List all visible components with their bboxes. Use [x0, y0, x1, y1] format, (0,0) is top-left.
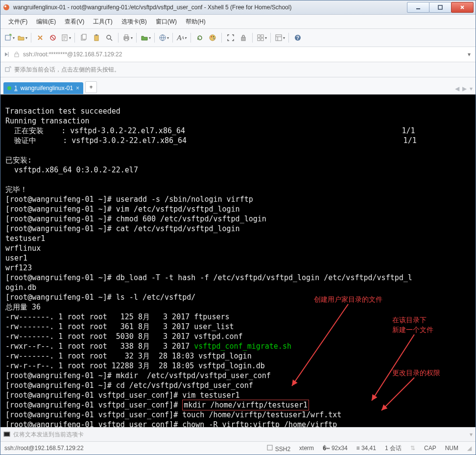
term-line: [root@wangruifeng-01 ~]# mkdir /etc/vsft…	[5, 371, 271, 380]
svg-rect-2	[416, 8, 420, 9]
svg-rect-4	[5, 35, 10, 40]
palette-icon[interactable]	[207, 32, 218, 44]
xftp-icon[interactable]: ▾	[140, 32, 151, 44]
tab-next-icon[interactable]: ▶	[462, 85, 467, 92]
minimize-button[interactable]	[407, 2, 429, 13]
menu-edit[interactable]: 编辑(E)	[32, 17, 60, 27]
svg-point-11	[107, 35, 111, 39]
svg-rect-14	[125, 39, 128, 41]
term-line: -rw-------. 1 root root 361 8月 3 2017 us…	[5, 322, 234, 331]
tile-icon[interactable]: ▾	[256, 32, 267, 44]
status-cursor: ≡ 34,41	[357, 445, 376, 452]
annotation-1: 创建用户家目录的文件	[314, 294, 382, 304]
tab-number: 1	[14, 85, 18, 92]
find-icon[interactable]	[103, 32, 115, 44]
status-bar: ssh://root@192.168.57.129:22 SSH2 xterm …	[0, 441, 476, 455]
svg-rect-8	[82, 34, 86, 39]
svg-rect-34	[4, 432, 9, 436]
term-line: [root@wangruifeng-01 ~]# cd /etc/vsftpd/…	[5, 381, 253, 390]
term-line: [root@wangruifeng-01 vsftpd_user_conf]# …	[5, 420, 337, 427]
term-line: -rw-------. 1 root root 32 3月 28 18:03 v…	[5, 352, 252, 360]
menu-window[interactable]: 窗口(W)	[152, 17, 181, 27]
title-bar[interactable]: wangruifenglinux-01 - root@wangruifeng-0…	[0, 0, 476, 15]
tab-close-icon[interactable]: ×	[76, 85, 79, 92]
resize-grip-icon[interactable]: ◢	[467, 445, 472, 452]
print-icon[interactable]: ▾	[121, 32, 133, 44]
terminal[interactable]: Transaction test succeeded Running trans…	[0, 95, 476, 427]
send-mode-icon[interactable]	[3, 431, 10, 438]
term-line: ogin.db	[5, 283, 36, 292]
disconnect-icon[interactable]	[47, 32, 59, 44]
session-tab[interactable]: 1 wangruifenglinux-01 ×	[3, 82, 83, 94]
status-size: �↔ 92x34	[323, 445, 348, 452]
properties-icon[interactable]: ▾	[60, 32, 71, 44]
new-tab-button[interactable]: +	[85, 81, 97, 93]
info-add-icon[interactable]	[4, 66, 11, 73]
new-session-icon[interactable]: ▾	[3, 32, 15, 44]
maximize-button[interactable]	[429, 2, 452, 13]
svg-rect-28	[15, 54, 19, 57]
annotation-2: 在该目录下 新建一个文件	[392, 315, 433, 335]
svg-point-17	[211, 36, 212, 37]
send-dropdown-icon[interactable]: ▾	[470, 431, 473, 438]
status-connection: ssh://root@192.168.57.129:22	[4, 445, 84, 452]
menu-tools[interactable]: 工具(T)	[89, 17, 116, 27]
status-ssh: SSH2	[266, 444, 290, 453]
help-icon[interactable]: ?	[292, 32, 304, 44]
term-line: [root@wangruifeng-01 ~]# useradd -s /sbi…	[5, 195, 253, 204]
svg-point-16	[210, 35, 215, 41]
open-icon[interactable]: ▾	[16, 32, 28, 44]
term-line: 验证中 : vsftpd-3.0.2-22.el7.x86_64 1/1	[5, 136, 417, 145]
svg-rect-3	[438, 5, 442, 9]
term-line: [root@wangruifeng-01 ~]# cat /etc/vsftpd…	[5, 224, 240, 233]
menu-file[interactable]: 文件(F)	[4, 17, 31, 27]
svg-point-18	[213, 36, 214, 37]
paste-icon[interactable]	[91, 32, 102, 44]
globe-icon[interactable]: ▾	[158, 32, 169, 44]
reconnect-icon[interactable]	[34, 32, 46, 44]
svg-point-0	[3, 4, 9, 10]
term-line: 正在安装 : vsftpd-3.0.2-22.el7.x86_64 1/1	[5, 126, 415, 135]
app-window: wangruifenglinux-01 - root@wangruifeng-0…	[0, 0, 476, 455]
svg-rect-20	[241, 37, 245, 41]
svg-line-30	[292, 304, 348, 386]
term-line: -rw-------. 1 root root 5030 8月 3 2017 v…	[5, 332, 243, 341]
term-line: [root@wangruifeng-01 ~]# db_load -T -t h…	[5, 273, 412, 282]
term-line: wrf123	[5, 263, 32, 272]
term-line: wrflinux	[5, 244, 41, 253]
address-bar: ssh://root:********@192.168.57.129:22 ▾	[0, 47, 476, 62]
svg-rect-21	[258, 35, 260, 37]
copy-icon[interactable]	[78, 32, 90, 44]
tab-label: wangruifenglinux-01	[21, 85, 73, 92]
send-input[interactable]: 仅将文本发送到当前选项卡	[13, 431, 467, 439]
svg-text:?: ?	[296, 35, 299, 41]
svg-line-32	[381, 378, 414, 410]
font-icon[interactable]: AA▾	[176, 32, 188, 44]
close-button[interactable]	[451, 2, 474, 13]
refresh-icon[interactable]	[194, 32, 206, 44]
term-line: vsftpd.x86_64 0:3.0.2-22.el7	[5, 166, 138, 174]
term-line: [root@wangruifeng-01 ~]# ls -l /etc/vsft…	[5, 293, 195, 302]
tab-bar: 1 wangruifenglinux-01 × + ◀ ▶ ▾	[0, 77, 476, 95]
svg-rect-10	[95, 34, 97, 36]
tab-prev-icon[interactable]: ◀	[455, 85, 459, 92]
fullscreen-icon[interactable]	[225, 32, 237, 44]
term-line: testuser1	[5, 234, 45, 243]
layout-icon[interactable]: ▾	[274, 32, 286, 44]
term-line: [root@wangruifeng-01 vsftpd_user_conf]# …	[5, 401, 309, 409]
address-dropdown-icon[interactable]: ▾	[466, 51, 473, 58]
svg-rect-24	[261, 38, 263, 41]
tool-bar: ▾ ▾ ▾ ▾ ▾ ▾ AA▾ ▾ ▾ ?	[0, 29, 476, 47]
send-bar: 仅将文本发送到当前选项卡 ▾	[0, 427, 476, 441]
lock-scroll-icon[interactable]	[238, 32, 249, 44]
add-arrow-icon[interactable]	[3, 51, 10, 58]
svg-rect-29	[5, 68, 9, 72]
menu-help[interactable]: 帮助(H)	[182, 17, 210, 27]
term-line: Running transaction	[5, 117, 90, 125]
menu-view[interactable]: 查看(V)	[61, 17, 88, 27]
menu-tabs[interactable]: 选项卡(B)	[118, 17, 151, 27]
info-bar: 要添加当前会话，点击左侧的箭头按钮。	[0, 62, 476, 77]
term-line: 已安装:	[5, 156, 32, 165]
tab-list-icon[interactable]: ▾	[470, 85, 473, 92]
address-text[interactable]: ssh://root:********@192.168.57.129:22	[23, 51, 466, 58]
